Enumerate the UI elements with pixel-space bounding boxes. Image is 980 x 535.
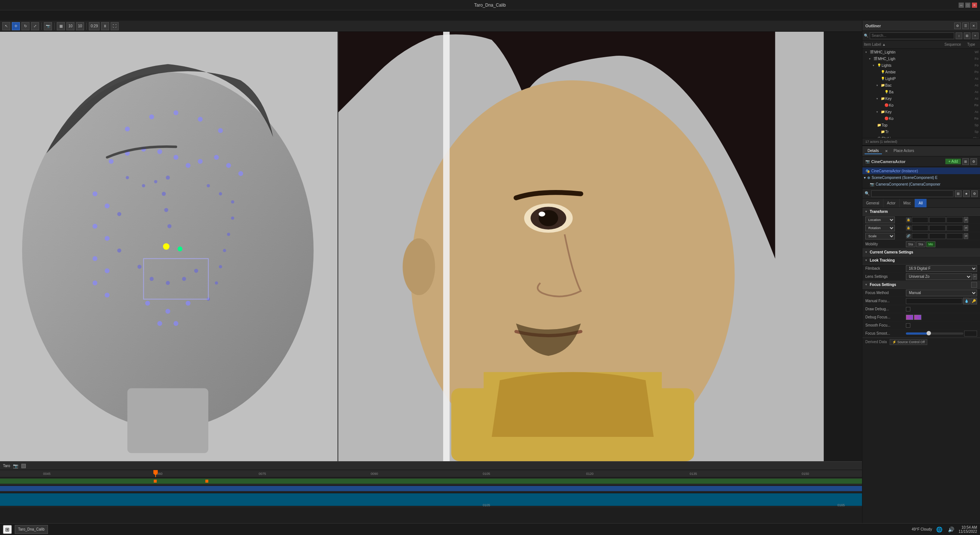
smooth-speed-input[interactable]: 8.0 (964, 331, 977, 337)
frame-display-btn[interactable]: 0:29 (89, 22, 100, 30)
instance-label[interactable]: 🎭 CineCameraActor (Instance) (862, 168, 980, 174)
tree-item[interactable]: ▾📁BacAc (862, 82, 980, 89)
source-control-button[interactable]: ⚡ Source Control Off (890, 339, 927, 345)
scale-tool-button[interactable]: ⤢ (31, 22, 39, 30)
cyan-track[interactable] (0, 493, 862, 506)
scale-chain-btn[interactable]: ⇄ (964, 233, 968, 239)
rotation-chain-btn[interactable]: ⇄ (964, 225, 968, 231)
scale-lock-btn[interactable]: 🔗 (906, 233, 911, 239)
window-controls[interactable]: ─ □ ✕ (959, 3, 977, 8)
mobility-sta-btn-2[interactable]: Sta (916, 241, 926, 247)
scale-dropdown[interactable]: Scale (865, 233, 895, 240)
details-filter-btn[interactable]: ⚙ (971, 190, 978, 197)
mobility-sta-btn-1[interactable]: Sta (906, 241, 915, 247)
manual-focus-key[interactable]: 🔑 (970, 298, 977, 304)
component-scene[interactable]: ▾ ⊕ SceneComponent (SceneComponent) E (862, 174, 980, 181)
tab-place-actors[interactable]: Place Actors (891, 148, 917, 154)
tree-item[interactable]: ▾💡LightsFo (862, 62, 980, 69)
smooth-speed-slider[interactable] (906, 332, 963, 335)
tree-item[interactable]: 💡LightPAc (862, 75, 980, 82)
debug-focus-color-2[interactable] (914, 315, 921, 320)
details-grid-btn[interactable]: ⊞ (955, 190, 962, 197)
location-x-input[interactable]: -2 (912, 217, 928, 223)
scale-y-input[interactable]: 1.0 (929, 233, 946, 239)
details-search-input[interactable] (871, 190, 953, 197)
angle-btn[interactable]: 10 (76, 22, 84, 30)
column-item-label[interactable]: Item Label ▲ (864, 42, 942, 46)
focus-method-dropdown[interactable]: Manual (906, 290, 977, 296)
details-view-btn[interactable]: ⚙ (970, 158, 977, 165)
scale-z-input[interactable]: 1.0 (947, 233, 963, 239)
rotation-x-input[interactable]: -0 (912, 225, 928, 231)
cat-tab-general[interactable]: General (862, 199, 883, 208)
green-track[interactable] (0, 479, 862, 484)
lens-reset-btn[interactable]: ↩ (973, 274, 977, 279)
timeline-ruler[interactable]: 0045 0060 0075 0090 0105 0120 0135 0150 (0, 470, 862, 478)
cursor-tool-button[interactable]: ↖ (2, 22, 10, 30)
cat-tab-all[interactable]: All (915, 199, 926, 208)
manual-focus-input[interactable]: 133.615738 (906, 298, 962, 304)
rotation-y-input[interactable]: 1.21 (929, 225, 946, 231)
outliner-add-btn[interactable]: + (972, 32, 978, 39)
outliner-search-input[interactable] (870, 32, 954, 39)
timeline-tracks[interactable]: 0105 0165 (0, 478, 862, 507)
outliner-sort-btn[interactable]: ↕ (956, 32, 962, 39)
location-dropdown[interactable]: Location (865, 217, 895, 223)
grid-btn[interactable]: ▦ (57, 22, 65, 30)
tree-item[interactable]: 💡BaAc (862, 89, 980, 95)
outliner-view-btn[interactable]: ⊞ (964, 32, 970, 39)
outliner-close-btn[interactable]: ✕ (970, 22, 977, 29)
tree-item[interactable]: ▾📁KeyAc (862, 109, 980, 115)
look-tracking-header[interactable]: ▾ Look Tracking (862, 256, 980, 265)
lens-settings-dropdown[interactable]: Universal Zo (906, 273, 972, 280)
close-button[interactable]: ✕ (972, 3, 977, 8)
tree-item[interactable]: 🔴KoRe (862, 102, 980, 109)
keyframe-dot-1[interactable] (154, 480, 157, 482)
tree-item[interactable]: ▾📁KeyAc (862, 95, 980, 102)
camera-button[interactable]: 📷 (44, 22, 52, 30)
rotation-lock-btn[interactable]: 🔒 (906, 225, 911, 231)
maximize-button[interactable]: □ (965, 3, 970, 8)
location-chain-btn[interactable]: ⇄ (964, 217, 968, 223)
tree-item[interactable]: 🔴KoRe (862, 115, 980, 122)
blue-track[interactable] (0, 486, 862, 491)
details-close-btn[interactable]: ✕ (883, 149, 889, 153)
filmback-dropdown[interactable]: 16:9 Digital F (906, 265, 977, 272)
playhead[interactable] (155, 470, 156, 477)
location-lock-btn[interactable]: 🔒 (906, 217, 911, 222)
add-component-button[interactable]: + Add (945, 159, 961, 164)
focus-settings-header[interactable]: ▾ Focus Settings (862, 281, 980, 289)
cam-btn[interactable]: ⛶ (111, 22, 119, 30)
manual-focus-dropper[interactable]: 💧 (963, 298, 970, 304)
tree-item[interactable]: 💡AmbiePo (862, 69, 980, 75)
rotate-tool-button[interactable]: ↻ (21, 22, 30, 30)
tree-item[interactable]: ▾🎬MHC_LighFo (862, 55, 980, 62)
tree-item[interactable]: 📁TrSp (862, 128, 980, 135)
sound-icon[interactable]: 🔊 (947, 525, 956, 534)
camera-settings-header[interactable]: ▾ Current Camera Settings (862, 248, 980, 256)
taskbar-app-unreal[interactable]: Taro_Dna_Calib (15, 525, 48, 534)
component-camera[interactable]: 📷 CameraComponent (CameraComponer (862, 181, 980, 187)
minimize-button[interactable]: ─ (959, 3, 964, 8)
keyframe-dot-2[interactable] (205, 480, 208, 482)
debug-focus-color-1[interactable] (906, 315, 913, 320)
outliner-settings-btn[interactable]: ⚙ (954, 22, 961, 29)
details-settings-btn[interactable]: ⊞ (962, 158, 969, 165)
rotation-dropdown[interactable]: Rotation (865, 225, 895, 232)
start-button[interactable]: ⊞ (3, 525, 12, 534)
scale-x-input[interactable]: 1.0 (912, 233, 928, 239)
location-z-input[interactable]: 110 (947, 217, 963, 223)
move-tool-button[interactable]: ✛ (12, 22, 20, 30)
rotation-z-input[interactable]: 11 (947, 225, 963, 231)
outliner-filter-btn[interactable]: ☰ (962, 22, 969, 29)
main-viewport[interactable] (0, 32, 862, 461)
network-icon[interactable]: 🌐 (935, 525, 944, 534)
draw-debug-checkbox[interactable] (906, 307, 910, 311)
lock-icon[interactable] (21, 464, 26, 468)
location-y-input[interactable]: 142 (929, 217, 946, 223)
tree-item[interactable]: 🌤SkyLiSky (862, 135, 980, 138)
focus-settings-btn[interactable] (971, 282, 977, 288)
grid-size-btn[interactable]: 10 (66, 22, 75, 30)
smooth-focus-checkbox[interactable] (906, 323, 910, 327)
tree-item[interactable]: 📁TopSp (862, 122, 980, 128)
